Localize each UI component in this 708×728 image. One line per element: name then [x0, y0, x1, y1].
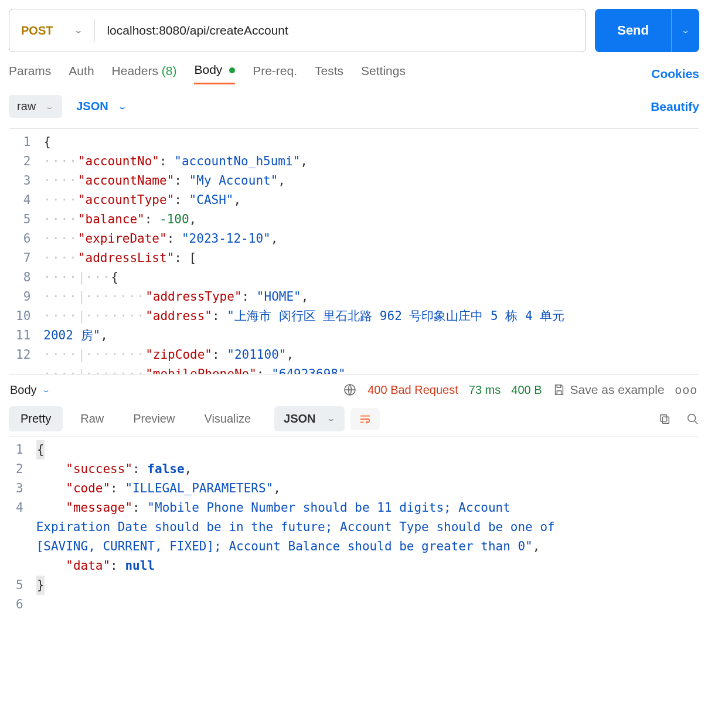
send-more-button[interactable]: ⌄	[671, 9, 699, 52]
dot-indicator-icon	[229, 67, 235, 73]
chevron-down-icon: ⌄	[326, 415, 335, 423]
tab-auth[interactable]: Auth	[69, 64, 94, 84]
cookies-link[interactable]: Cookies	[651, 67, 699, 81]
tab-settings[interactable]: Settings	[361, 64, 406, 84]
send-wrap: Send ⌄	[595, 9, 699, 52]
svg-rect-2	[661, 414, 667, 421]
beautify-button[interactable]: Beautify	[651, 100, 699, 114]
more-options-icon[interactable]: ooo	[675, 383, 698, 397]
body-format-select[interactable]: JSON ⌄	[76, 100, 126, 113]
svg-point-3	[688, 414, 696, 421]
request-tabs: Params Auth Headers (8) Body Pre-req. Te…	[9, 63, 699, 84]
headers-count: (8)	[162, 64, 177, 77]
tab-body-label: Body	[194, 63, 222, 76]
chevron-down-icon: ⌄	[42, 386, 50, 393]
wrap-lines-icon[interactable]	[350, 408, 380, 430]
save-example-button[interactable]: Save as example	[553, 383, 665, 397]
send-button[interactable]: Send	[595, 9, 671, 52]
resp-tab-raw[interactable]: Raw	[69, 406, 115, 431]
response-body-viewer[interactable]: 123456 { "success": false, "code": "ILLE…	[9, 436, 699, 618]
chevron-down-icon: ⌄	[118, 103, 127, 110]
body-mode-label: raw	[17, 100, 36, 113]
response-code: { "success": false, "code": "ILLEGAL_PAR…	[34, 437, 620, 618]
body-mode-select[interactable]: raw ⌄	[9, 95, 62, 118]
response-section-select[interactable]: Body ⌄	[10, 383, 50, 397]
chevron-down-icon: ⌄	[74, 26, 83, 34]
response-status: 400 Bad Request	[367, 383, 458, 397]
globe-icon[interactable]	[343, 383, 357, 397]
request-row: POST ⌄ Send ⌄	[9, 9, 699, 52]
resp-tab-pretty[interactable]: Pretty	[9, 406, 63, 431]
response-format-select[interactable]: JSON ⌄	[274, 406, 344, 431]
url-box: POST ⌄	[9, 9, 586, 52]
response-gutter: 123456	[9, 437, 34, 618]
body-format-label: JSON	[76, 100, 108, 113]
response-format-label: JSON	[284, 412, 315, 426]
chevron-down-icon: ⌄	[45, 103, 54, 110]
resp-tab-visualize[interactable]: Visualize	[192, 406, 263, 431]
chevron-down-icon: ⌄	[681, 26, 690, 34]
resp-tab-preview[interactable]: Preview	[121, 406, 186, 431]
tab-body[interactable]: Body	[194, 63, 235, 84]
save-icon	[553, 383, 566, 396]
tab-params[interactable]: Params	[9, 64, 51, 84]
request-body-editor[interactable]: 123456789101112 {····"accountNo": "accou…	[9, 128, 699, 375]
tab-headers[interactable]: Headers (8)	[112, 64, 177, 84]
search-icon[interactable]	[686, 413, 699, 426]
copy-icon[interactable]	[658, 413, 671, 426]
save-example-label: Save as example	[570, 383, 665, 397]
tab-tests[interactable]: Tests	[315, 64, 343, 84]
tab-prereq[interactable]: Pre-req.	[253, 64, 297, 84]
http-method-label: POST	[21, 24, 53, 38]
response-toolbar	[658, 413, 699, 426]
response-time: 73 ms	[469, 383, 501, 397]
response-section-label: Body	[10, 383, 37, 397]
editor-gutter: 123456789101112	[9, 129, 41, 374]
response-size: 400 B	[511, 383, 542, 397]
http-method-select[interactable]: POST ⌄	[9, 19, 95, 42]
response-tabs: Pretty Raw Preview Visualize JSON ⌄	[9, 406, 699, 431]
tab-headers-label: Headers	[112, 64, 158, 77]
body-subbar: raw ⌄ JSON ⌄ Beautify	[9, 95, 699, 118]
svg-rect-1	[662, 417, 669, 423]
url-input[interactable]	[95, 23, 586, 38]
response-bar: Body ⌄ 400 Bad Request 73 ms 400 B Save …	[9, 375, 699, 403]
editor-code[interactable]: {····"accountNo": "accountNo_h5umi",····…	[41, 129, 699, 374]
